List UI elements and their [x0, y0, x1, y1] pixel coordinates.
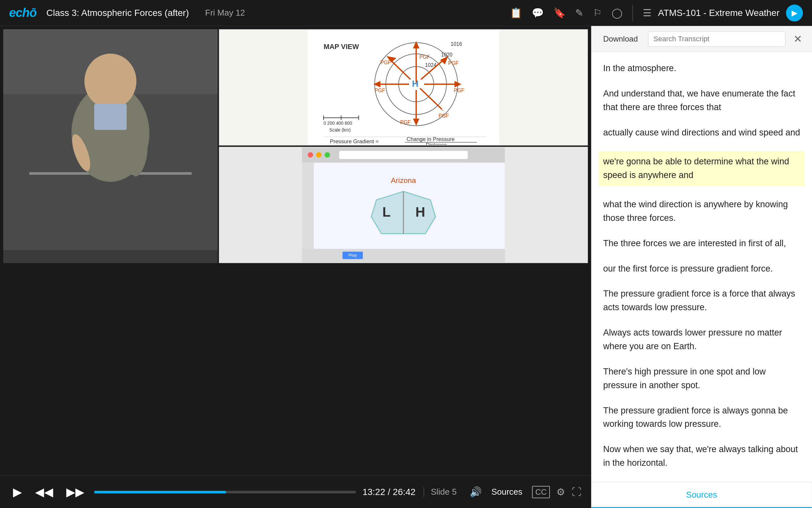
svg-text:Distance: Distance	[426, 142, 447, 145]
marker-icon[interactable]: ✎	[575, 7, 583, 18]
transcript-segment[interactable]: actually cause wind directions and wind …	[603, 126, 800, 140]
transcript-segment[interactable]: our the first force is pressure gradient…	[603, 262, 800, 276]
svg-point-54	[325, 152, 330, 158]
svg-text:PGF: PGF	[400, 120, 411, 125]
svg-text:PGF: PGF	[375, 88, 385, 93]
volume-icon[interactable]: 🔊	[470, 486, 482, 498]
svg-text:PGF: PGF	[454, 88, 464, 93]
transcript-segment[interactable]: There's high pressure in one spot and lo…	[603, 365, 800, 392]
transcript-segment[interactable]: Always acts towards lower pressure no ma…	[603, 326, 800, 353]
svg-text:1016: 1016	[451, 41, 462, 47]
transcript-segment[interactable]: what the wind direction is anywhere by k…	[603, 198, 800, 225]
total-time: 26:42	[393, 487, 416, 497]
slides-area: MAP VIEW 1016 1020 1024 H	[219, 29, 588, 263]
chat-icon[interactable]: 💬	[532, 7, 544, 18]
svg-text:Pressure Gradient  =: Pressure Gradient =	[330, 138, 379, 144]
progress-bar[interactable]	[94, 491, 356, 493]
bookmark-add-icon[interactable]: 🔖	[553, 7, 565, 18]
video-container: MAP VIEW 1016 1020 1024 H	[0, 26, 591, 475]
playback-controls-right: 🔊 Sources CC ⚙ ⛶	[470, 485, 582, 499]
transcript-segment[interactable]: The three forces we are interested in fi…	[603, 237, 800, 250]
slide-indicator: Slide 5	[424, 487, 457, 497]
time-display: 13:22 / 26:42	[362, 487, 416, 497]
svg-text:MAP VIEW: MAP VIEW	[324, 43, 359, 51]
svg-text:Arizona: Arizona	[391, 176, 416, 184]
record-icon[interactable]: ◯	[611, 7, 623, 18]
svg-text:PGF: PGF	[448, 60, 459, 66]
search-transcript-input[interactable]	[648, 31, 785, 47]
nav-toolbar: 📋 💬 🔖 ✎ ⚐ ◯	[510, 7, 623, 18]
svg-text:PGF: PGF	[380, 60, 391, 65]
svg-text:1020: 1020	[441, 52, 453, 57]
transcript-segment[interactable]: we're gonna be able to determine what th…	[599, 151, 805, 186]
main-video	[3, 29, 218, 263]
video-area: MAP VIEW 1016 1020 1024 H	[0, 26, 591, 508]
svg-text:PGF: PGF	[438, 113, 449, 119]
transcript-content: In the atmosphere.And understand that, w…	[592, 52, 812, 482]
lecturer-video	[3, 29, 218, 263]
svg-text:Scale (km): Scale (km)	[329, 128, 351, 132]
nav-divider	[632, 5, 633, 21]
transcript-header: Download ✕	[592, 26, 812, 52]
settings-icon[interactable]: ⚙	[556, 486, 565, 498]
transcript-segment[interactable]: And understand that, we have enumerate t…	[603, 87, 800, 114]
cc-button[interactable]: CC	[532, 486, 550, 498]
svg-text:L: L	[382, 204, 390, 220]
svg-point-52	[308, 152, 313, 158]
fast-forward-button[interactable]: ▶▶	[63, 483, 88, 501]
svg-text:Play: Play	[348, 253, 357, 258]
transcript-segment[interactable]: In the atmosphere.	[603, 62, 800, 75]
course-nav-button[interactable]: ▶	[786, 5, 803, 22]
top-navigation: echō Class 3: Atmospheric Forces (after)…	[0, 0, 812, 26]
bottom-tabs: Sources	[592, 482, 812, 508]
flag-icon[interactable]: ⚐	[593, 7, 602, 18]
nav-right-section: ☰ ATMS-101 - Extreme Weather ▶	[643, 5, 803, 22]
class-title: Class 3: Atmospheric Forces (after)	[46, 8, 189, 18]
pressure-diagram-svg: MAP VIEW 1016 1020 1024 H	[220, 30, 587, 145]
play-button[interactable]: ▶	[10, 483, 25, 501]
echo-logo: echō	[9, 6, 37, 20]
transcript-segment[interactable]: Now when we say that, we're always talki…	[603, 443, 800, 470]
fullscreen-icon[interactable]: ⛶	[572, 486, 582, 498]
svg-rect-64	[302, 249, 505, 262]
controls-bar: ▶ ◀◀ ▶▶ 13:22 / 26:42 Slide 5 🔊 Sources …	[0, 475, 591, 508]
svg-text:H: H	[412, 79, 419, 89]
time-separator: /	[388, 487, 393, 497]
svg-rect-8	[94, 104, 127, 130]
svg-point-53	[316, 152, 322, 158]
main-content: MAP VIEW 1016 1020 1024 H	[0, 26, 812, 508]
download-button[interactable]: Download	[598, 32, 643, 46]
arizona-diagram-svg: Arizona L H Play	[220, 147, 587, 262]
svg-rect-57	[302, 163, 314, 262]
class-date: Fri May 12	[205, 8, 245, 18]
list-icon[interactable]: ☰	[643, 7, 651, 18]
course-title: ATMS-101 - Extreme Weather	[658, 8, 779, 18]
slide-pressure-diagram: MAP VIEW 1016 1020 1024 H	[219, 29, 588, 145]
svg-text:H: H	[416, 204, 425, 220]
progress-fill	[94, 491, 226, 493]
transcript-segment[interactable]: The pressure gradient force is always go…	[603, 404, 800, 431]
sources-button[interactable]: Sources	[488, 485, 525, 499]
svg-text:Change in Pressure: Change in Pressure	[407, 136, 455, 142]
transcript-panel: Download ✕ In the atmosphere.And underst…	[591, 26, 812, 508]
svg-text:0  200 400 600: 0 200 400 600	[324, 121, 352, 126]
svg-rect-55	[339, 151, 468, 159]
close-transcript-button[interactable]: ✕	[790, 31, 806, 47]
current-time: 13:22	[362, 487, 385, 497]
svg-text:PGF: PGF	[419, 54, 430, 60]
slide-arizona-diagram: Arizona L H Play	[219, 147, 588, 263]
svg-point-5	[84, 54, 136, 109]
transcript-segment[interactable]: The pressure gradient force is a force t…	[603, 287, 800, 314]
rewind-button[interactable]: ◀◀	[32, 483, 56, 501]
notes-icon[interactable]: 📋	[510, 7, 522, 18]
tab-sources[interactable]: Sources	[592, 482, 812, 508]
